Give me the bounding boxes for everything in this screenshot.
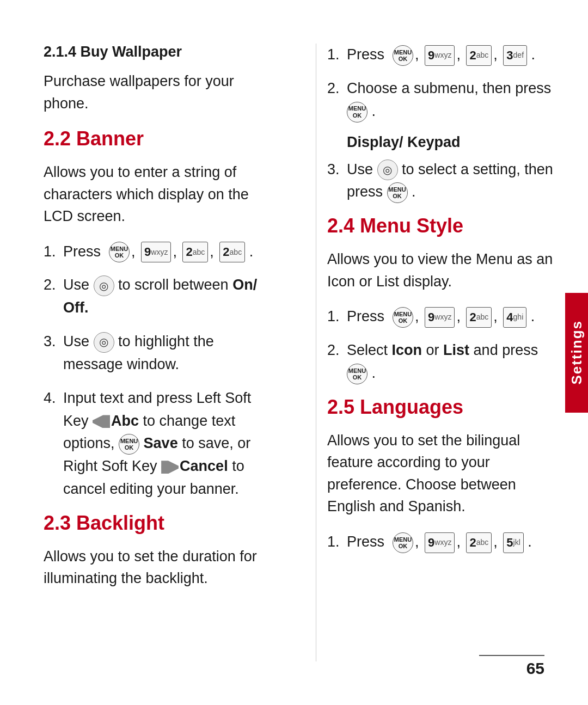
section-22-step4: 4. Input text and press Left Soft Key Ab… bbox=[44, 387, 272, 501]
abc-label: Abc bbox=[111, 413, 139, 429]
section-25-step1: 1. Press MENUOK, 9wxyz, 2abc, 5jkl . bbox=[327, 531, 555, 554]
on-off-label: On/ Off. bbox=[63, 277, 257, 316]
nav-icon: ◎ bbox=[377, 160, 398, 180]
page-divider bbox=[479, 655, 544, 656]
menu-ok-btn: MENUOK bbox=[347, 364, 367, 384]
menu-ok-btn: MENUOK bbox=[393, 532, 413, 553]
section-214: 2.1.4 Buy Wallpaper Purchase wallpapers … bbox=[44, 44, 272, 114]
step-text: Select Icon or List and press MENUOK . bbox=[347, 339, 555, 385]
step-number: 2. bbox=[327, 339, 347, 362]
section-23-body: Allows you to set the duration for illum… bbox=[44, 545, 272, 590]
key-5jkl: 5jkl bbox=[503, 532, 523, 553]
icon-label: Icon bbox=[392, 342, 422, 358]
section-24-heading: 2.4 Menu Style bbox=[327, 214, 555, 237]
right-column: 1. Press MENUOK, 9wxyz, 2abc, 3def . 2. … bbox=[316, 44, 555, 661]
section-214-title: 2.1.4 Buy Wallpaper bbox=[44, 44, 272, 60]
section-22-step1: 1. Press MENUOK, 9wxyz, 2abc, 2abc . bbox=[44, 241, 272, 263]
right-soft-key-icon bbox=[161, 461, 179, 474]
section-25: 2.5 Languages Allows you to set the bili… bbox=[327, 396, 555, 554]
step-text: Press MENUOK, 9wxyz, 2abc, 2abc . bbox=[63, 241, 272, 263]
section-25-body: Allows you to set the bilingual feature … bbox=[327, 430, 555, 518]
key-9wxyz: 9wxyz bbox=[425, 307, 455, 328]
step-number: 1. bbox=[327, 305, 347, 328]
nav-icon: ◎ bbox=[94, 275, 114, 296]
section-22-body: Allows you to enter a string of characte… bbox=[44, 161, 272, 228]
step-text: Press MENUOK, 9wxyz, 2abc, 5jkl . bbox=[347, 531, 555, 554]
key-9wxyz: 9wxyz bbox=[141, 242, 171, 262]
step-number: 1. bbox=[327, 531, 347, 554]
right-step1: 1. Press MENUOK, 9wxyz, 2abc, 3def . bbox=[327, 44, 555, 66]
section-22: 2.2 Banner Allows you to enter a string … bbox=[44, 127, 272, 501]
section-22-step3: 3. Use ◎ to highlight the message window… bbox=[44, 330, 272, 376]
nav-icon: ◎ bbox=[94, 332, 114, 353]
step-text: Input text and press Left Soft Key Abc t… bbox=[63, 387, 272, 501]
section-24: 2.4 Menu Style Allows you to view the Me… bbox=[327, 214, 555, 385]
left-soft-key-icon bbox=[93, 415, 110, 428]
key-4ghi: 4ghi bbox=[503, 307, 526, 328]
left-column: 2.1.4 Buy Wallpaper Purchase wallpapers … bbox=[44, 44, 283, 661]
step-number: 4. bbox=[44, 387, 63, 410]
step-text: Choose a submenu, then press MENUOK . bbox=[347, 77, 555, 123]
right-step3: 3. Use ◎ to select a setting, then press… bbox=[327, 158, 555, 204]
right-step2: 2. Choose a submenu, then press MENUOK . bbox=[327, 77, 555, 123]
section-214-body: Purchase wallpapers for your phone. bbox=[44, 70, 272, 114]
step-number: 3. bbox=[327, 158, 347, 181]
section-25-heading: 2.5 Languages bbox=[327, 396, 555, 419]
display-keypad-label: Display/ Keypad bbox=[327, 134, 555, 151]
step-text: Press MENUOK, 9wxyz, 2abc, 3def . bbox=[347, 44, 555, 66]
key-2abc: 2abc bbox=[466, 307, 492, 328]
key-3def: 3def bbox=[503, 45, 527, 66]
section-23-heading: 2.3 Backlight bbox=[44, 512, 272, 535]
section-22-step2: 2. Use ◎ to scroll between On/ Off. bbox=[44, 274, 272, 320]
settings-label: Settings bbox=[568, 320, 585, 385]
menu-ok-btn: MENUOK bbox=[387, 182, 408, 203]
menu-ok-btn: MENUOK bbox=[393, 307, 413, 328]
step-number: 2. bbox=[327, 77, 347, 100]
section-23: 2.3 Backlight Allows you to set the dura… bbox=[44, 512, 272, 590]
step-number: 3. bbox=[44, 330, 63, 353]
settings-sidebar-tab: Settings bbox=[565, 293, 588, 413]
key-9wxyz: 9wxyz bbox=[425, 532, 455, 553]
list-label: List bbox=[443, 342, 469, 358]
step-number: 1. bbox=[327, 44, 347, 66]
key-2abc-1: 2abc bbox=[182, 242, 208, 262]
key-2abc: 2abc bbox=[466, 45, 492, 66]
step-text: Press MENUOK, 9wxyz, 2abc, 4ghi . bbox=[347, 305, 555, 328]
section-24-step1: 1. Press MENUOK, 9wxyz, 2abc, 4ghi . bbox=[327, 305, 555, 328]
key-2abc-2: 2abc bbox=[219, 242, 245, 262]
page-container: 2.1.4 Buy Wallpaper Purchase wallpapers … bbox=[0, 0, 588, 705]
step-text: Use ◎ to highlight the message window. bbox=[63, 330, 272, 376]
main-content: 2.1.4 Buy Wallpaper Purchase wallpapers … bbox=[0, 0, 588, 705]
cancel-label: Cancel bbox=[180, 458, 228, 474]
page-number: 65 bbox=[526, 659, 544, 678]
menu-ok-btn: MENUOK bbox=[393, 45, 413, 66]
menu-ok-btn: MENUOK bbox=[109, 242, 130, 262]
section-24-step2: 2. Select Icon or List and press MENUOK … bbox=[327, 339, 555, 385]
save-label: Save bbox=[144, 435, 178, 451]
menu-ok-btn: MENUOK bbox=[347, 102, 367, 122]
step-number: 2. bbox=[44, 274, 63, 297]
menu-ok-btn-save: MENUOK bbox=[119, 434, 139, 455]
section-24-body: Allows you to view the Menu as an Icon o… bbox=[327, 248, 555, 292]
key-2abc: 2abc bbox=[466, 532, 492, 553]
key-9wxyz: 9wxyz bbox=[425, 45, 455, 66]
step-number: 1. bbox=[44, 241, 63, 263]
step-text: Use ◎ to select a setting, then press ME… bbox=[347, 158, 555, 204]
step-text: Use ◎ to scroll between On/ Off. bbox=[63, 274, 272, 320]
section-22-heading: 2.2 Banner bbox=[44, 127, 272, 150]
